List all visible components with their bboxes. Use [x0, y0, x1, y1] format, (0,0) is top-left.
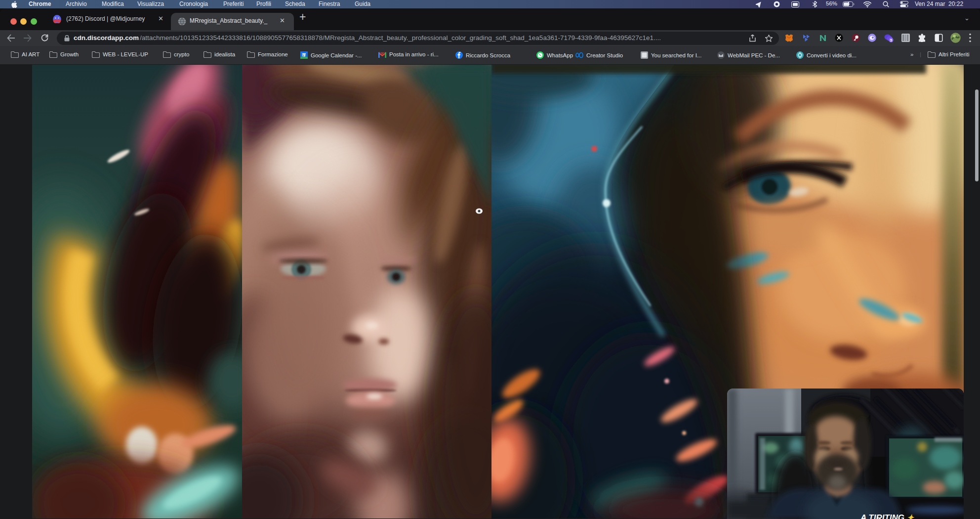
svg-text:31: 31	[302, 53, 306, 58]
svg-text:5: 5	[890, 39, 892, 42]
